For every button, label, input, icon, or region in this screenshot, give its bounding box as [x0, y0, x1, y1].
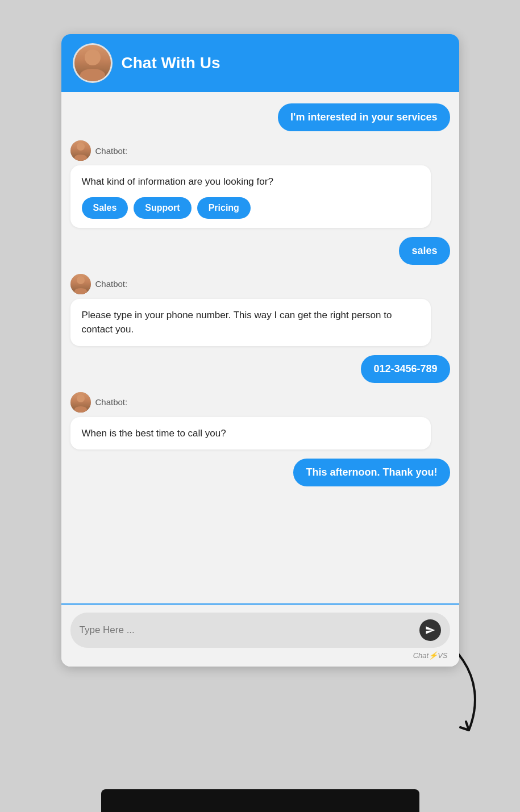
bot-avatar-3	[70, 392, 91, 413]
brand-lightning: ⚡	[429, 651, 438, 660]
bot-message-group-3: Chatbot: When is the best time to call y…	[70, 392, 450, 450]
chat-messages: I'm interested in your services Chatbot:…	[61, 92, 459, 603]
page-container: Chat With Us I'm interested in your serv…	[0, 23, 520, 812]
bot-label-row-1: Chatbot:	[70, 140, 450, 161]
bot-text-3: When is the best time to call you?	[82, 426, 420, 441]
send-icon	[425, 625, 435, 635]
brand-footer: Chat⚡VS	[70, 648, 450, 662]
chat-input-row	[70, 613, 450, 648]
chat-widget: Chat With Us I'm interested in your serv…	[61, 34, 459, 667]
option-support[interactable]: Support	[134, 197, 191, 219]
bot-avatar-2	[70, 274, 91, 294]
chat-header-title: Chat With Us	[122, 54, 221, 72]
chat-header: Chat With Us	[61, 34, 459, 92]
send-button[interactable]	[419, 619, 441, 641]
bot-name-1: Chatbot:	[95, 146, 128, 156]
chat-input-area: Chat⚡VS	[61, 605, 459, 667]
option-sales[interactable]: Sales	[82, 197, 128, 219]
bot-bubble-1: What kind of information are you looking…	[70, 165, 431, 228]
bot-label-row-3: Chatbot:	[70, 392, 450, 413]
bot-message-group-1: Chatbot: What kind of information are yo…	[70, 140, 450, 228]
brand-suffix: VS	[438, 651, 447, 660]
bot-text-2: Please type in your phone number. This w…	[82, 308, 420, 337]
bot-label-row-2: Chatbot:	[70, 274, 450, 294]
bot-options-1: Sales Support Pricing	[82, 197, 420, 219]
bot-avatar-1	[70, 140, 91, 161]
chat-input[interactable]	[80, 624, 414, 636]
bot-bubble-2: Please type in your phone number. This w…	[70, 299, 431, 346]
brand-prefix: Chat	[413, 651, 429, 660]
user-message-2: sales	[399, 237, 450, 265]
bot-message-group-2: Chatbot: Please type in your phone numbe…	[70, 274, 450, 346]
user-message-1: I'm interested in your services	[278, 103, 450, 131]
user-message-3: 012-3456-789	[361, 355, 450, 383]
bottom-bar	[101, 789, 419, 812]
header-avatar	[73, 43, 113, 83]
option-pricing[interactable]: Pricing	[197, 197, 251, 219]
bot-name-2: Chatbot:	[95, 279, 128, 289]
bot-text-1: What kind of information are you looking…	[82, 174, 420, 189]
avatar-face	[74, 45, 111, 81]
bot-bubble-3: When is the best time to call you?	[70, 417, 431, 450]
bot-name-3: Chatbot:	[95, 397, 128, 407]
user-message-4: This afternoon. Thank you!	[293, 459, 450, 486]
